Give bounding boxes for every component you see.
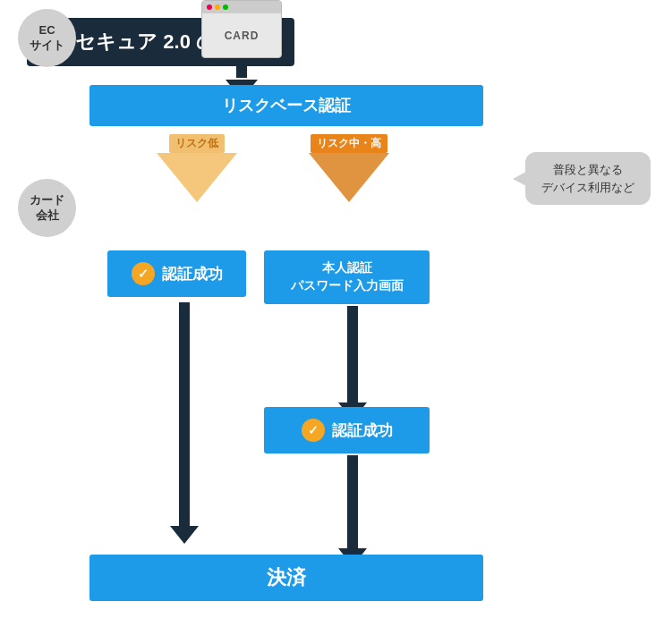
right-shaft-2 [347,455,358,548]
card-label: CARD [202,13,281,57]
right-auth-to-success-arrow [338,306,367,420]
dot-red [207,4,212,10]
right-shaft-1 [347,306,358,402]
auth-success-right-box: ✓ 認証成功 [264,407,430,453]
dot-yellow [215,4,220,10]
card-company-bubble: カード会社 [18,179,76,237]
dot-green [223,4,228,10]
risk-high-chevron [309,153,389,202]
check-icon-right: ✓ [302,419,325,442]
payment-bar: 決済 [89,555,483,601]
risk-base-bar: リスクベース認証 [89,85,483,126]
auth-password-box: 本人認証パスワード入力画面 [264,250,430,304]
auth-password-text: 本人認証パスワード入力画面 [291,259,404,294]
arrow-shaft-1 [236,62,247,78]
left-to-payment-arrow [170,302,199,544]
page-container: 3D セキュア 2.0 の仕組み ECサイト CARD リスクベース認証 カード… [0,0,664,644]
left-arrow-shaft [179,302,190,526]
risk-low-chevron [157,153,237,202]
auth-success-right-text: 認証成功 [332,420,393,441]
check-icon-left: ✓ [132,262,155,285]
risk-low-label: リスク低 [169,134,225,153]
speech-bubble: 普段と異なるデバイス利用など [525,152,651,205]
left-arrow-head [170,526,199,544]
risk-low-arrow: リスク低 [157,134,237,202]
risk-high-label: リスク中・高 [311,134,387,153]
card-browser: CARD [201,0,282,58]
auth-success-left-box: ✓ 認証成功 [107,250,246,297]
ec-site-bubble: ECサイト [18,9,76,67]
browser-bar [202,1,281,13]
risk-high-arrow: リスク中・高 [309,134,389,202]
right-to-payment-arrow [338,455,367,566]
auth-success-left-text: 認証成功 [162,264,223,284]
